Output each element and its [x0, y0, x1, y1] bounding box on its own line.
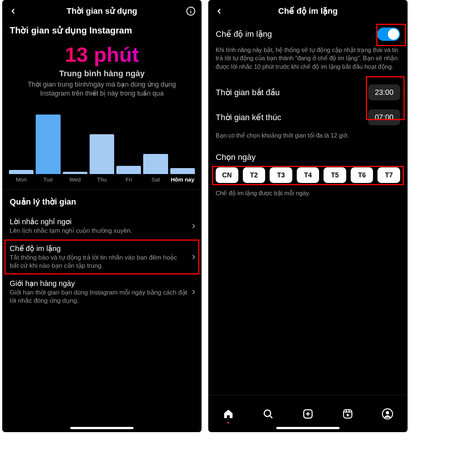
- end-time-row: Thời gian kết thúc 07:00: [208, 104, 408, 125]
- end-time-picker[interactable]: 07:00: [368, 109, 400, 125]
- tab-create[interactable]: [302, 408, 314, 420]
- bottom-tab-bar: [208, 395, 408, 432]
- manage-time-title: Quản lý thời gian: [2, 190, 202, 213]
- screen-time-screen: Thời gian sử dụng Thời gian sử dụng Inst…: [2, 0, 202, 432]
- chart-x-label: Hôm nay: [170, 176, 195, 183]
- svg-point-14: [386, 411, 389, 414]
- row-title: Chế độ im lặng: [10, 244, 187, 253]
- row-subtitle: Tắt thông báo và tự động trả lời tin nhắ…: [10, 254, 187, 270]
- svg-line-4: [270, 416, 272, 418]
- chart-x-label: Mon: [9, 176, 33, 183]
- row-subtitle: Lên lịch nhắc tạm nghỉ cuộn thường xuyên…: [10, 227, 187, 235]
- search-icon: [263, 408, 274, 419]
- chart-x-label: Wed: [63, 176, 87, 183]
- chart-x-label: Thu: [90, 176, 114, 183]
- plus-square-icon: [302, 408, 313, 419]
- nav-bar: Chế độ im lặng: [208, 0, 408, 22]
- chart-bar[interactable]: [36, 115, 60, 174]
- chart-bar[interactable]: [116, 166, 141, 174]
- page-title: Thời gian sử dụng: [2, 6, 202, 16]
- day-button[interactable]: CN: [216, 167, 238, 183]
- notification-dot: [227, 422, 229, 424]
- row-title: Giới hạn hàng ngày: [10, 279, 187, 288]
- chevron-left-icon: [9, 7, 17, 15]
- quiet-mode-toggle-row: Chế độ im lặng: [208, 22, 408, 41]
- svg-rect-8: [344, 409, 352, 418]
- info-button[interactable]: [185, 6, 196, 17]
- day-button[interactable]: T7: [377, 167, 400, 183]
- quiet-mode-screen: Chế độ im lặng Chế độ im lặng Khi tính n…: [208, 0, 408, 432]
- chart-bar[interactable]: [90, 134, 114, 174]
- page-title: Chế độ im lặng: [208, 6, 408, 16]
- choose-day-title: Chọn ngày: [208, 139, 408, 167]
- day-button[interactable]: T3: [270, 167, 292, 183]
- tab-home[interactable]: [222, 408, 234, 420]
- back-button[interactable]: [213, 6, 225, 17]
- day-button[interactable]: T4: [297, 167, 319, 183]
- home-indicator: [276, 427, 340, 429]
- day-note: Chế độ im lặng được bật mỗi ngày.: [208, 183, 408, 197]
- home-indicator: [70, 427, 134, 429]
- chart-bar[interactable]: [170, 168, 195, 174]
- chart-x-label: Tue: [36, 176, 60, 183]
- info-icon: [186, 6, 196, 16]
- chart-x-label: Sat: [143, 176, 168, 183]
- daily-average-value: 13 phút: [2, 42, 202, 67]
- day-selector: CNT2T3T4T5T6T7: [208, 167, 408, 183]
- chevron-left-icon: [215, 7, 223, 15]
- day-button[interactable]: T5: [324, 167, 346, 183]
- chart-bar[interactable]: [9, 170, 33, 174]
- row-quiet-mode[interactable]: Chế độ im lặng Tắt thông báo và tự động …: [2, 239, 202, 274]
- start-time-label: Thời gian bắt đầu: [216, 88, 280, 97]
- nav-bar: Thời gian sử dụng: [2, 0, 202, 22]
- chevron-right-icon: [190, 254, 197, 260]
- quiet-mode-label: Chế độ im lặng: [216, 29, 272, 39]
- home-icon: [223, 408, 234, 419]
- end-time-label: Thời gian kết thúc: [216, 113, 281, 122]
- profile-icon: [382, 408, 393, 419]
- quiet-mode-desc: Khi tính năng này bật, hệ thống sẽ tự độ…: [208, 41, 408, 71]
- day-button[interactable]: T6: [351, 167, 373, 183]
- row-title: Lời nhắc nghỉ ngơi: [10, 217, 187, 226]
- tab-reels[interactable]: [342, 408, 354, 420]
- daily-average-label: Trung bình hàng ngày: [2, 69, 202, 78]
- row-daily-limit[interactable]: Giới hạn hàng ngày Giới hạn thời gian bạ…: [2, 274, 202, 309]
- quiet-mode-toggle[interactable]: [377, 28, 400, 41]
- usage-section-title: Thời gian sử dụng Instagram: [2, 22, 202, 39]
- chart-bar[interactable]: [143, 154, 168, 174]
- svg-point-2: [190, 9, 191, 10]
- chevron-right-icon: [190, 223, 197, 229]
- chart-x-labels: MonTueWedThuFriSatHôm nay: [2, 174, 202, 189]
- svg-point-3: [264, 410, 271, 416]
- reels-icon: [342, 408, 353, 419]
- back-button[interactable]: [7, 6, 19, 17]
- row-subtitle: Giới hạn thời gian bạn dùng Instagram mỗ…: [10, 289, 187, 305]
- chevron-right-icon: [190, 289, 197, 295]
- tab-profile[interactable]: [382, 408, 393, 420]
- row-break-reminder[interactable]: Lời nhắc nghỉ ngơi Lên lịch nhắc tạm ngh…: [2, 213, 202, 239]
- chart-x-label: Fri: [116, 176, 141, 183]
- daily-average-desc: Thời gian trung bình/ngày mà bạn dùng ứn…: [2, 78, 202, 98]
- usage-bar-chart: [2, 107, 202, 174]
- tab-search[interactable]: [262, 408, 274, 420]
- day-button[interactable]: T2: [243, 167, 266, 183]
- start-time-row: Thời gian bắt đầu 23:00: [208, 79, 408, 100]
- svg-marker-12: [347, 413, 350, 416]
- start-time-picker[interactable]: 23:00: [368, 84, 400, 100]
- time-range-note: Bạn có thể chọn khoảng thời gian tối đa …: [208, 125, 408, 139]
